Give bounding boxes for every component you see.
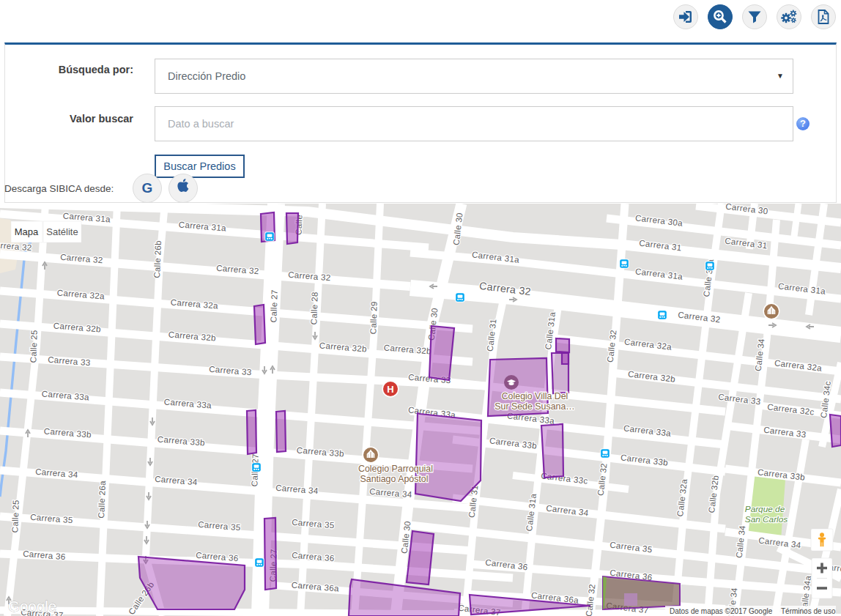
svg-text:Sur Sede Susana…: Sur Sede Susana… <box>494 401 575 412</box>
svg-text:Mapa: Mapa <box>15 226 39 237</box>
svg-text:Parque de: Parque de <box>745 504 785 514</box>
svg-text:H: H <box>387 384 393 395</box>
svg-text:Calle 29: Calle 29 <box>368 301 379 334</box>
svg-text:Calle 25: Calle 25 <box>10 500 21 532</box>
svg-text:Calle 26b: Calle 26b <box>152 240 163 278</box>
svg-text:Datos de mapas ©2017 Google: Datos de mapas ©2017 Google <box>670 607 773 615</box>
svg-text:Colegio Parroquial: Colegio Parroquial <box>358 464 433 474</box>
svg-text:Santiago Apóstol: Santiago Apóstol <box>360 474 428 484</box>
svg-text:Calle 25: Calle 25 <box>28 330 39 363</box>
svg-text:Calle 28: Calle 28 <box>308 292 319 324</box>
svg-text:Calle 26a: Calle 26a <box>96 480 107 519</box>
svg-text:Google: Google <box>8 598 56 615</box>
svg-text:Colegio Villa Del: Colegio Villa Del <box>502 391 568 401</box>
svg-text:Calle 27: Calle 27 <box>268 289 279 322</box>
svg-text:Términos de uso: Términos de uso <box>781 607 836 615</box>
svg-text:Satélite: Satélite <box>46 226 78 237</box>
svg-text:San Carlos: San Carlos <box>745 514 788 524</box>
